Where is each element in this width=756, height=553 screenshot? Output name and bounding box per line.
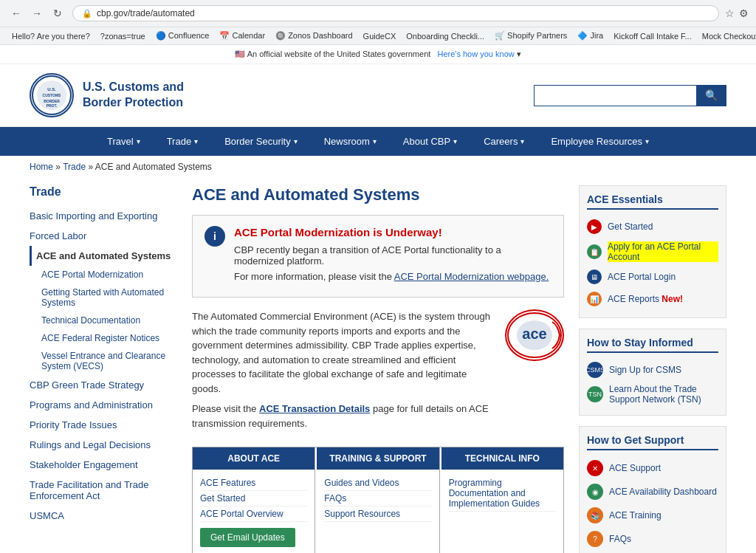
support-resources-link[interactable]: Support Resources [324, 506, 431, 522]
sidebar-sub-link-tech-doc[interactable]: Technical Documentation [30, 312, 177, 329]
bookmark-zonos[interactable]: 🔘 Zonos Dashboard [271, 30, 357, 42]
get-email-updates-button[interactable]: Get Email Updates [200, 528, 295, 547]
ace-portal-overview-link[interactable]: ACE Portal Overview [200, 506, 307, 522]
sidebar-link-basic-importing[interactable]: Basic Importing and Exporting [30, 206, 177, 226]
site-header: U.S. CUSTOMS BORDER PROT. U.S. Customs a… [0, 64, 756, 127]
ace-features-link[interactable]: ACE Features [200, 475, 307, 491]
nav-item-travel[interactable]: Travel ▾ [94, 127, 154, 156]
essentials-get-started[interactable]: ▶ Get Started [587, 216, 718, 238]
nav-item-border-security[interactable]: Border Security ▾ [211, 127, 311, 156]
essentials-reports[interactable]: 📊 ACE Reports New! [587, 288, 718, 310]
sidebar-title: Trade [30, 185, 177, 199]
ace-description: The Automated Commercial Environment (AC… [192, 309, 493, 436]
ace-training-item[interactable]: 📚 ACE Training [587, 504, 718, 527]
heres-how-link[interactable]: Here's how you know [438, 49, 515, 58]
bookmark-zonas[interactable]: ?zonas=true [96, 30, 150, 42]
bookmark-kickoff[interactable]: Kickoff Call Intake F... [609, 30, 696, 42]
essentials-apply[interactable]: 📋 Apply for an ACE Portal Account [587, 238, 718, 266]
extensions-icon[interactable]: ⚙ [739, 7, 749, 19]
ace-support-item[interactable]: ✕ ACE Support [587, 456, 718, 480]
get-started-icon: ▶ [587, 219, 602, 234]
ace-transaction-link[interactable]: ACE Transaction Details [259, 403, 370, 414]
nav-item-newsroom[interactable]: Newsroom ▾ [311, 127, 390, 156]
ace-description-area: The Automated Commercial Environment (AC… [192, 309, 564, 436]
sidebar-link-forced-labor[interactable]: Forced Labor [30, 226, 177, 246]
sidebar-link-trade-facilitation[interactable]: Trade Facilitation and Trade Enforcement… [30, 475, 177, 506]
guides-videos-link[interactable]: Guides and Videos [324, 475, 431, 491]
chevron-down-icon: ▾ [373, 137, 377, 145]
tsn-item[interactable]: TSN Learn About the Trade Support Networ… [587, 381, 718, 408]
alert-title: ACE Portal Modernization is Underway! [234, 226, 551, 238]
flag-icon: 🇺🇸 [235, 49, 245, 58]
tsn-icon: TSN [587, 386, 603, 402]
back-button[interactable]: ← [7, 4, 25, 22]
sidebar-link-usmca[interactable]: USMCA [30, 506, 177, 526]
svg-text:PROT.: PROT. [47, 103, 58, 108]
ace-availability-item[interactable]: ◉ ACE Availability Dashboard [587, 480, 718, 504]
sidebar-sub-link-ace-portal-mod[interactable]: ACE Portal Modernization [30, 266, 177, 284]
alert-content: ACE Portal Modernization is Underway! CB… [234, 226, 551, 286]
chevron-down-icon: ▾ [194, 137, 198, 145]
faqs-link[interactable]: FAQs [324, 491, 431, 506]
reload-button[interactable]: ↻ [49, 4, 66, 22]
ace-desc-p2: Please visit the ACE Transaction Details… [192, 402, 493, 430]
technical-info-body: Programming Documentation and Implementa… [441, 470, 563, 518]
sidebar-link-green-trade[interactable]: CBP Green Trade Strategy [30, 375, 177, 395]
bookmark-calendar[interactable]: 📅 Calendar [215, 30, 269, 42]
logo-area: U.S. CUSTOMS BORDER PROT. U.S. Customs a… [30, 73, 184, 117]
sidebar-sub-link-vecs[interactable]: Vessel Entrance and Clearance System (VE… [30, 347, 177, 375]
browser-nav-buttons: ← → ↻ [7, 4, 66, 22]
address-bar[interactable]: 🔒 cbp.gov/trade/automated [72, 5, 719, 21]
browser-actions: ☆ ⚙ [725, 7, 749, 19]
bookmark-shopify[interactable]: 🛒 Shopify Partners [490, 30, 571, 42]
ace-portal-mod-link[interactable]: ACE Portal Modernization webpage. [394, 271, 549, 282]
nav-item-trade[interactable]: Trade ▾ [154, 127, 211, 156]
sidebar-link-ace[interactable]: ACE and Automated Systems [30, 246, 177, 266]
chevron-down-icon: ▾ [453, 137, 457, 145]
chevron-down-icon: ▾ [520, 137, 524, 145]
sidebar-link-programs[interactable]: Programs and Administration [30, 395, 177, 415]
ace-essentials-title: ACE Essentials [587, 193, 718, 210]
sidebar: Trade Basic Importing and Exporting Forc… [30, 178, 177, 553]
sidebar-link-stakeholder[interactable]: Stakeholder Engagement [30, 455, 177, 475]
csms-icon: CSMS [587, 362, 603, 378]
csms-signup-item[interactable]: CSMS Sign Up for CSMS [587, 359, 718, 381]
about-ace-body: ACE Features Get Started ACE Portal Over… [193, 470, 315, 553]
bookmark-hello[interactable]: Hello? Are you there? [7, 30, 94, 42]
nav-item-employee-resources[interactable]: Employee Resources ▾ [537, 127, 662, 156]
alert-line1: CBP recently began a transition of ACE P… [234, 244, 551, 267]
bookmark-confluence[interactable]: 🔵 Confluence [151, 30, 214, 42]
training-support-box: TRAINING & SUPPORT Guides and Videos FAQ… [317, 447, 439, 553]
sidebar-link-rulings[interactable]: Rulings and Legal Decisions [30, 435, 177, 455]
programming-doc-link[interactable]: Programming Documentation and Implementa… [449, 475, 556, 512]
svg-text:ace: ace [522, 326, 546, 342]
chevron-down-icon: ▾ [294, 137, 298, 145]
bookmark-onboarding[interactable]: Onboarding Checkli... [402, 30, 489, 42]
bookmark-mock[interactable]: Mock Checkout [698, 30, 756, 42]
bookmark-jira[interactable]: 🔷 Jira [573, 30, 608, 42]
reports-icon: 📊 [587, 292, 602, 306]
sidebar-sub-link-getting-started[interactable]: Getting Started with Automated Systems [30, 284, 177, 312]
nav-item-about-cbp[interactable]: About CBP ▾ [390, 127, 470, 156]
chevron-down-icon: ▾ [645, 137, 649, 145]
faqs-support-item[interactable]: ? FAQs [587, 527, 718, 551]
star-icon[interactable]: ☆ [725, 7, 735, 19]
search-button[interactable]: 🔍 [696, 85, 726, 106]
essentials-portal-login[interactable]: 🖥 ACE Portal Login [587, 266, 718, 288]
official-text: An official website of the United States… [247, 49, 431, 58]
browser-bar: ← → ↻ 🔒 cbp.gov/trade/automated ☆ ⚙ [0, 0, 756, 27]
get-started-link[interactable]: Get Started [200, 491, 307, 506]
forward-button[interactable]: → [28, 4, 46, 22]
nav-item-careers[interactable]: Careers ▾ [470, 127, 537, 156]
search-input[interactable] [534, 85, 696, 106]
chevron-down-icon: ▾ [137, 137, 140, 145]
breadcrumb: Home » Trade » ACE and Automated Systems [0, 156, 756, 178]
sidebar-link-priority-trade[interactable]: Priority Trade Issues [30, 415, 177, 435]
breadcrumb-home[interactable]: Home [30, 162, 53, 172]
lock-icon: 🔒 [82, 9, 92, 18]
breadcrumb-trade[interactable]: Trade [63, 162, 86, 172]
technical-info-header: TECHNICAL INFO [441, 447, 563, 470]
bookmark-guidecx[interactable]: GuideCX [359, 30, 401, 42]
sidebar-sub-link-fed-register[interactable]: ACE Federal Register Notices [30, 329, 177, 347]
svg-text:CUSTOMS: CUSTOMS [43, 93, 62, 97]
